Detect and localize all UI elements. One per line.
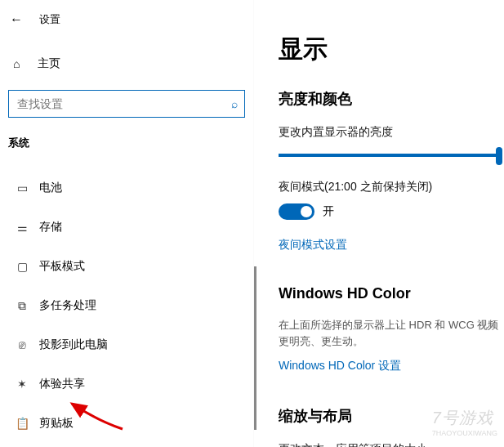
night-mode-label: 夜间模式(21:00 之前保持关闭) <box>279 178 504 195</box>
section-brightness-heading: 亮度和颜色 <box>279 89 504 109</box>
brightness-slider[interactable] <box>279 154 499 157</box>
sidebar-item-remote[interactable]: ⧯ 远程桌面 <box>0 443 253 447</box>
tablet-icon: ▢ <box>13 260 31 273</box>
sidebar-item-label: 平板模式 <box>39 259 85 274</box>
hdcolor-desc: 在上面所选择的显示器上让 HDR 和 WCG 视频更明亮、更生动。 <box>279 317 503 349</box>
home-nav[interactable]: ⌂ 主页 <box>0 49 253 78</box>
toggle-state-label: 开 <box>323 204 334 219</box>
project-icon: ⎚ <box>13 338 31 351</box>
battery-icon: ▭ <box>13 181 31 194</box>
page-title: 显示 <box>279 33 504 66</box>
slider-thumb-icon[interactable] <box>496 147 502 165</box>
section-hdcolor-heading: Windows HD Color <box>279 285 504 302</box>
window-title: 设置 <box>39 12 60 27</box>
search-box[interactable]: ⌕ <box>8 90 245 118</box>
home-label: 主页 <box>38 56 60 71</box>
scroll-indicator[interactable] <box>254 266 256 430</box>
brightness-label: 更改内置显示器的亮度 <box>279 123 504 141</box>
share-icon: ✶ <box>13 378 31 391</box>
sidebar-item-multitask[interactable]: ⧉ 多任务处理 <box>0 286 253 325</box>
sidebar-item-share[interactable]: ✶ 体验共享 <box>0 364 253 404</box>
section-scale-heading: 缩放与布局 <box>279 406 504 426</box>
back-icon[interactable]: ← <box>10 12 29 27</box>
sidebar-item-label: 体验共享 <box>39 377 85 391</box>
storage-icon: ⚌ <box>13 221 31 234</box>
search-icon: ⌕ <box>231 97 238 110</box>
scale-desc: 更改文本、应用等项目的大小 <box>279 440 504 447</box>
night-mode-settings-link[interactable]: 夜间模式设置 <box>279 238 347 253</box>
toggle-knob-icon <box>301 206 312 217</box>
home-icon: ⌂ <box>13 57 31 70</box>
sidebar-item-clipboard[interactable]: 📋 剪贴板 <box>0 404 253 443</box>
sidebar-item-label: 电池 <box>39 181 62 195</box>
sidebar-item-storage[interactable]: ⚌ 存储 <box>0 208 253 247</box>
search-input[interactable] <box>17 97 231 110</box>
sidebar-item-battery[interactable]: ▭ 电池 <box>0 168 253 208</box>
clipboard-icon: 📋 <box>13 417 31 430</box>
sidebar-item-project[interactable]: ⎚ 投影到此电脑 <box>0 325 253 364</box>
sidebar-item-label: 多任务处理 <box>39 298 96 313</box>
night-mode-toggle[interactable] <box>279 203 314 220</box>
multitask-icon: ⧉ <box>13 299 31 313</box>
sidebar-item-label: 剪贴板 <box>39 416 74 431</box>
watermark-sub: 7HAOYOUXIWANG <box>432 429 497 437</box>
sidebar-item-tablet[interactable]: ▢ 平板模式 <box>0 247 253 286</box>
sidebar-item-label: 投影到此电脑 <box>39 337 108 352</box>
nav-list: ▭ 电池 ⚌ 存储 ▢ 平板模式 ⧉ 多任务处理 ⎚ 投影到此电脑 ✶ 体验共享… <box>0 168 253 447</box>
section-label: 系统 <box>0 136 253 150</box>
sidebar-item-label: 存储 <box>39 220 62 235</box>
hdcolor-settings-link[interactable]: Windows HD Color 设置 <box>279 359 401 373</box>
